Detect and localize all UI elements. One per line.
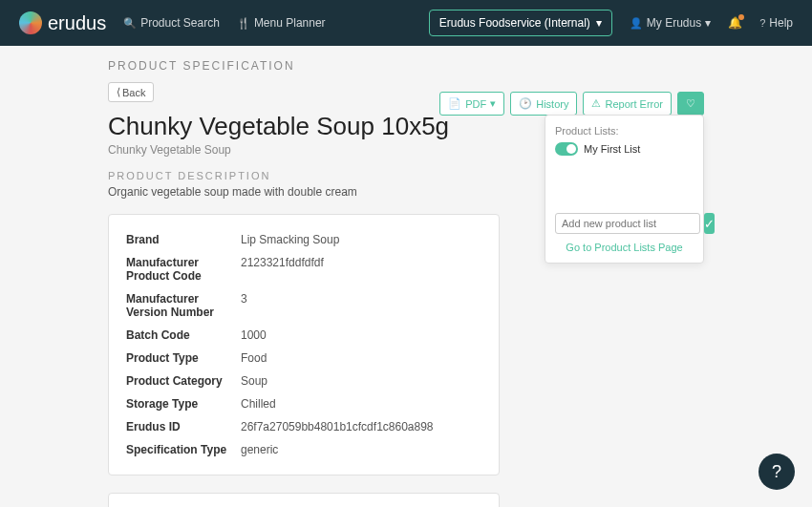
spec-card: BrandLip Smacking Soup Manufacturer Prod… (108, 214, 500, 475)
brand-logo[interactable]: erudus (19, 11, 106, 34)
spec-row: Product TypeFood (126, 347, 481, 370)
brand-name: erudus (48, 12, 106, 34)
account-selector[interactable]: Erudus Foodservice (Internal) ▾ (429, 10, 612, 36)
add-list-confirm[interactable]: ✓ (704, 213, 715, 234)
help-fab[interactable]: ? (759, 454, 795, 490)
product-lists-link[interactable]: Go to Product Lists Page (555, 242, 694, 253)
add-list-input[interactable] (555, 213, 700, 234)
favorite-button[interactable]: ♡ (677, 92, 704, 116)
spec-row: Storage TypeChilled (126, 392, 481, 415)
chevron-down-icon: ▾ (596, 16, 602, 30)
clock-icon: 🕑 (519, 97, 532, 110)
product-lists-popup: Product Lists: My First List ✓ Go to Pro… (545, 115, 704, 264)
spec-row: Specification Typegeneric (126, 438, 481, 461)
nav-help[interactable]: ? Help (759, 16, 793, 30)
nav-menu-planner[interactable]: 🍴 Menu Planner (237, 16, 326, 30)
pdf-button[interactable]: 📄PDF▾ (439, 92, 504, 116)
heart-icon: ♡ (686, 97, 695, 110)
product-list-item[interactable]: My First List (555, 142, 694, 156)
help-icon: ? (759, 17, 765, 29)
nav-product-search[interactable]: 🔍 Product Search (123, 16, 220, 30)
back-icon: ⟨ (117, 86, 120, 98)
search-icon: 🔍 (123, 17, 137, 30)
spec-row: Manufacturer Product Code2123321fddfdfdf (126, 251, 481, 287)
history-button[interactable]: 🕑History (510, 92, 577, 116)
spec-row: Batch Code1000 (126, 324, 481, 347)
spec-row: Manufacturer Version Number3 (126, 287, 481, 324)
file-icon: 📄 (448, 97, 461, 110)
chevron-down-icon: ▾ (705, 16, 711, 30)
popup-title: Product Lists: (555, 125, 694, 137)
spec-row: BrandLip Smacking Soup (126, 228, 481, 251)
warning-icon: ⚠ (591, 97, 601, 110)
spec-row: Product CategorySoup (126, 370, 481, 392)
report-error-button[interactable]: ⚠Report Error (583, 92, 672, 116)
nav-my-erudus[interactable]: 👤 My Erudus ▾ (630, 16, 711, 30)
logo-icon (19, 11, 42, 34)
user-icon: 👤 (630, 17, 643, 30)
back-button[interactable]: ⟨ Back (108, 82, 154, 102)
fork-knife-icon: 🍴 (237, 17, 250, 30)
list-toggle[interactable] (555, 142, 578, 156)
chevron-down-icon: ▾ (490, 97, 496, 110)
topbar: erudus 🔍 Product Search 🍴 Menu Planner E… (0, 0, 812, 46)
notifications-icon[interactable]: 🔔 (728, 16, 742, 30)
spec-row: Erudus ID26f7a27059bb4801b1cfcdf1c860a89… (126, 415, 481, 438)
page-label: PRODUCT SPECIFICATION (0, 46, 812, 82)
gtin-card: Inner Component GTIN 5000157062673 (108, 493, 500, 507)
